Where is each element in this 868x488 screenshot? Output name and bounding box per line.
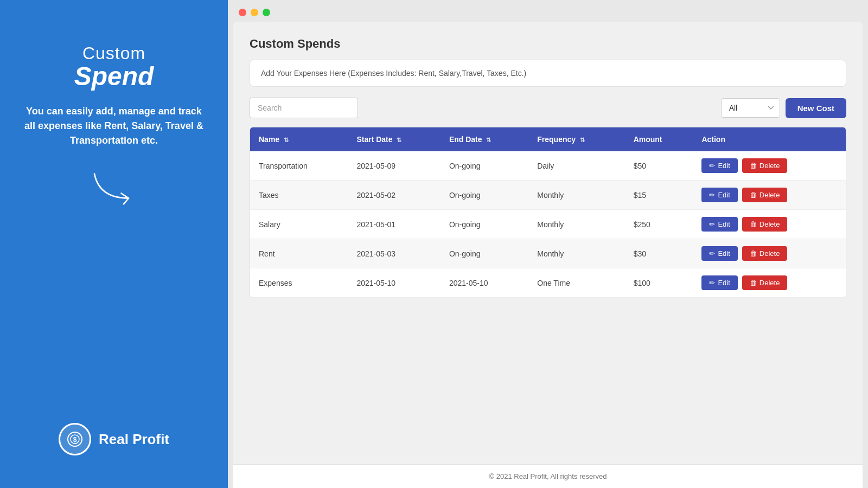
delete-button[interactable]: 🗑 Delete [742,217,788,232]
maximize-dot[interactable] [263,9,270,16]
sort-icon-start: ⇅ [397,137,401,144]
cell-amount: $15 [625,181,693,210]
table-row: Rent 2021-05-03 On-going Monthly $30 ✏ E… [250,239,846,268]
arrow-decoration [87,164,141,208]
sort-icon-freq: ⇅ [580,137,585,144]
cell-amount: $50 [625,151,693,181]
minimize-dot[interactable] [251,9,258,16]
cell-start-date: 2021-05-02 [348,181,440,210]
pencil-icon: ✏ [709,279,715,287]
cell-name: Transportation [250,151,348,181]
table-header-row: Name ⇅ Start Date ⇅ End Date ⇅ Frequen [250,127,846,151]
col-header-name[interactable]: Name ⇅ [250,127,348,151]
col-header-frequency[interactable]: Frequency ⇅ [528,127,624,151]
cell-start-date: 2021-05-01 [348,210,440,239]
cell-frequency: Monthly [528,181,624,210]
edit-button[interactable]: ✏ Edit [701,217,737,232]
pencil-icon: ✏ [709,191,715,199]
svg-text:$: $ [73,436,77,444]
page-title: Custom Spends [250,37,846,51]
toolbar-right: All Daily Monthly One Time New Cost [721,98,846,118]
cell-frequency: Monthly [528,239,624,268]
delete-button[interactable]: 🗑 Delete [742,158,788,173]
col-header-end-date[interactable]: End Date ⇅ [441,127,528,151]
delete-button[interactable]: 🗑 Delete [742,188,788,202]
delete-button[interactable]: 🗑 Delete [742,246,788,261]
cell-action: ✏ Edit 🗑 Delete [693,268,846,298]
search-input[interactable] [250,98,358,118]
trash-icon: 🗑 [750,220,757,228]
edit-button[interactable]: ✏ Edit [701,246,737,261]
cell-name: Salary [250,210,348,239]
title-spend: Spend [74,61,154,91]
footer: © 2021 Real Profit, All rights reserved [233,464,863,488]
cell-action: ✏ Edit 🗑 Delete [693,181,846,210]
cell-name: Rent [250,239,348,268]
expense-table: Name ⇅ Start Date ⇅ End Date ⇅ Frequen [250,127,846,298]
cell-start-date: 2021-05-10 [348,268,440,298]
cell-amount: $250 [625,210,693,239]
cell-end-date: On-going [441,181,528,210]
table-row: Taxes 2021-05-02 On-going Monthly $15 ✏ … [250,181,846,210]
pencil-icon: ✏ [709,249,715,258]
title-custom: Custom [82,43,145,63]
trash-icon: 🗑 [750,191,757,199]
filter-select[interactable]: All Daily Monthly One Time [721,98,780,118]
info-banner: Add Your Expenses Here (Expenses Include… [250,60,846,87]
cell-name: Expenses [250,268,348,298]
cell-action: ✏ Edit 🗑 Delete [693,239,846,268]
cell-action: ✏ Edit 🗑 Delete [693,151,846,181]
trash-icon: 🗑 [750,279,757,287]
left-panel: Custom Spend You can easily add, manage … [0,0,228,488]
edit-button[interactable]: ✏ Edit [701,188,737,202]
pencil-icon: ✏ [709,220,715,228]
new-cost-button[interactable]: New Cost [786,98,846,118]
pencil-icon: ✏ [709,162,715,170]
cell-action: ✏ Edit 🗑 Delete [693,210,846,239]
cell-frequency: Daily [528,151,624,181]
trash-icon: 🗑 [750,249,757,258]
main-content: Custom Spends Add Your Expenses Here (Ex… [233,22,863,464]
toolbar: All Daily Monthly One Time New Cost [250,98,846,118]
cell-frequency: One Time [528,268,624,298]
delete-button[interactable]: 🗑 Delete [742,275,788,290]
cell-frequency: Monthly [528,210,624,239]
logo-text: Real Profit [99,431,169,448]
edit-button[interactable]: ✏ Edit [701,275,737,290]
footer-text: © 2021 Real Profit, All rights reserved [489,472,607,480]
col-header-action: Action [693,127,846,151]
cell-end-date: On-going [441,151,528,181]
left-content: Custom Spend You can easily add, manage … [22,43,206,208]
table-row: Expenses 2021-05-10 2021-05-10 One Time … [250,268,846,298]
right-panel: Custom Spends Add Your Expenses Here (Ex… [228,0,868,488]
cell-start-date: 2021-05-03 [348,239,440,268]
cell-start-date: 2021-05-09 [348,151,440,181]
close-dot[interactable] [239,9,246,16]
cell-end-date: On-going [441,210,528,239]
window-chrome [228,0,868,16]
col-header-amount: Amount [625,127,693,151]
cell-end-date: 2021-05-10 [441,268,528,298]
table-row: Transportation 2021-05-09 On-going Daily… [250,151,846,181]
cell-name: Taxes [250,181,348,210]
cell-amount: $30 [625,239,693,268]
trash-icon: 🗑 [750,162,757,170]
logo-area: $ Real Profit [59,423,169,455]
edit-button[interactable]: ✏ Edit [701,158,737,173]
logo-icon: $ [59,423,91,455]
sort-icon-name: ⇅ [284,137,289,144]
cell-amount: $100 [625,268,693,298]
left-description: You can easily add, manage and track all… [22,104,206,148]
cell-end-date: On-going [441,239,528,268]
col-header-start-date[interactable]: Start Date ⇅ [348,127,440,151]
sort-icon-end: ⇅ [486,137,491,144]
table-row: Salary 2021-05-01 On-going Monthly $250 … [250,210,846,239]
